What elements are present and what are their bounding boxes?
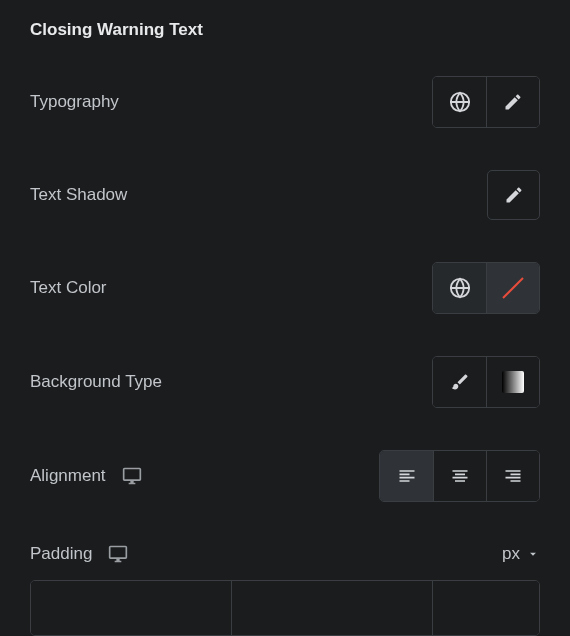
padding-top-input[interactable]	[31, 581, 232, 635]
background-type-label: Background Type	[30, 372, 162, 392]
typography-globe-button[interactable]	[433, 77, 486, 127]
alignment-buttons	[379, 450, 540, 502]
padding-row: Padding px	[30, 544, 540, 564]
text-color-label: Text Color	[30, 278, 107, 298]
padding-label-text: Padding	[30, 544, 92, 564]
desktop-icon[interactable]	[122, 466, 142, 486]
typography-edit-button[interactable]	[486, 77, 539, 127]
align-center-icon	[450, 466, 470, 486]
globe-icon	[449, 91, 471, 113]
align-center-button[interactable]	[433, 451, 486, 501]
padding-label: Padding	[30, 544, 128, 564]
gradient-icon	[502, 371, 524, 393]
section-title: Closing Warning Text	[30, 20, 540, 40]
desktop-icon[interactable]	[108, 544, 128, 564]
padding-bottom-input[interactable]	[433, 581, 540, 635]
typography-buttons	[432, 76, 540, 128]
text-color-buttons	[432, 262, 540, 314]
padding-unit-select[interactable]: px	[502, 544, 540, 564]
typography-row: Typography	[30, 76, 540, 128]
brush-icon	[450, 372, 470, 392]
text-color-picker-button[interactable]	[486, 263, 539, 313]
typography-label: Typography	[30, 92, 119, 112]
align-right-icon	[503, 466, 523, 486]
text-color-row: Text Color	[30, 262, 540, 314]
chevron-down-icon	[526, 547, 540, 561]
align-left-button[interactable]	[380, 451, 433, 501]
background-type-row: Background Type	[30, 356, 540, 408]
text-shadow-edit-button[interactable]	[487, 170, 540, 220]
background-gradient-button[interactable]	[486, 357, 539, 407]
text-shadow-row: Text Shadow	[30, 170, 540, 220]
globe-icon	[449, 277, 471, 299]
text-shadow-label: Text Shadow	[30, 185, 127, 205]
align-right-button[interactable]	[486, 451, 539, 501]
background-classic-button[interactable]	[433, 357, 486, 407]
no-color-icon	[497, 272, 529, 304]
pencil-icon	[504, 185, 524, 205]
text-color-globe-button[interactable]	[433, 263, 486, 313]
padding-inputs	[30, 580, 540, 636]
alignment-label-text: Alignment	[30, 466, 106, 486]
padding-unit-text: px	[502, 544, 520, 564]
background-type-buttons	[432, 356, 540, 408]
alignment-label: Alignment	[30, 466, 142, 486]
align-left-icon	[397, 466, 417, 486]
pencil-icon	[503, 92, 523, 112]
svg-line-4	[503, 278, 523, 298]
padding-right-input[interactable]	[232, 581, 433, 635]
alignment-row: Alignment	[30, 450, 540, 502]
